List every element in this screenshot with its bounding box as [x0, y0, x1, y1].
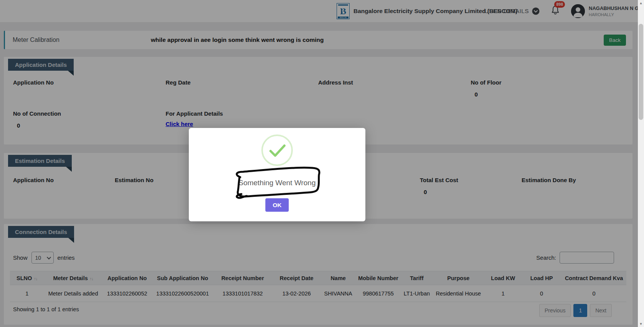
scrollbar-up-arrow[interactable]: ▲ — [638, 0, 644, 6]
browser-scrollbar[interactable]: ▲ ▼ — [638, 0, 644, 327]
alert-dialog: Something Went Wrong OK — [189, 128, 365, 221]
success-check-icon — [261, 134, 293, 168]
bescom-portal-window: B BESCOM Bangalore Electricity Supply Co… — [0, 0, 644, 327]
scrollbar-down-arrow[interactable]: ▼ — [638, 321, 644, 327]
scrollbar-thumb[interactable] — [639, 24, 643, 120]
ok-button[interactable]: OK — [265, 198, 289, 212]
alert-message: Something Went Wrong — [189, 179, 365, 187]
